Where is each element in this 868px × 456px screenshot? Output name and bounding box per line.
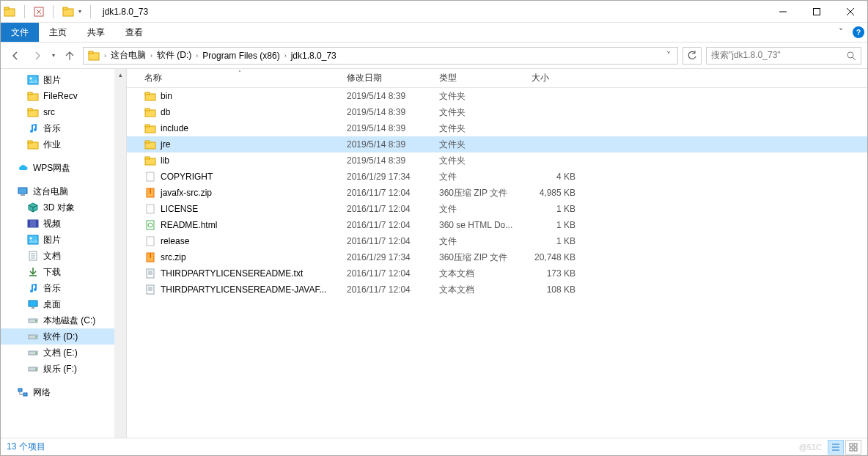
- svg-rect-52: [145, 157, 150, 159]
- sidebar-item[interactable]: 3D 对象: [1, 199, 126, 216]
- back-button[interactable]: [7, 47, 24, 65]
- search-input[interactable]: 搜索"jdk1.8.0_73": [706, 47, 861, 65]
- address-bar[interactable]: › 这台电脑 › 软件 (D:) › Program Files (x86) ›…: [83, 47, 678, 65]
- column-date[interactable]: 修改日期: [341, 69, 433, 87]
- breadcrumb[interactable]: 这台电脑: [108, 48, 149, 64]
- sidebar-scrollbar[interactable]: ▴: [114, 69, 126, 438]
- breadcrumb[interactable]: Program Files (x86): [199, 48, 282, 64]
- icons-view-button[interactable]: [845, 440, 861, 455]
- details-view-button[interactable]: [828, 440, 844, 455]
- sidebar-item-label: 软件 (D:): [43, 331, 78, 343]
- sidebar-item[interactable]: src: [1, 104, 126, 120]
- status-bar: 13 个项目 @51C: [1, 438, 867, 455]
- drive-icon: [27, 315, 39, 326]
- chevron-right-icon[interactable]: ›: [149, 52, 154, 59]
- sidebar-item[interactable]: 文档: [1, 248, 126, 264]
- svg-rect-66: [147, 285, 154, 294]
- sidebar-item[interactable]: 图片: [1, 232, 126, 248]
- svg-rect-18: [28, 141, 32, 143]
- column-name[interactable]: 名称˄: [139, 69, 341, 87]
- file-row[interactable]: LICENSE2016/11/7 12:04文件1 KB: [127, 201, 867, 217]
- qat-dropdown-icon[interactable]: ▾: [78, 8, 81, 15]
- sidebar-item-label: 下载: [43, 266, 61, 279]
- file-type: 文本文档: [433, 268, 526, 280]
- tab-home[interactable]: 主页: [39, 23, 77, 42]
- sidebar-item[interactable]: WPS网盘: [1, 160, 126, 176]
- tab-share[interactable]: 共享: [77, 23, 115, 42]
- file-row[interactable]: bin2019/5/14 8:39文件夹: [127, 88, 867, 104]
- sidebar-item-label: 本地磁盘 (C:): [43, 315, 95, 327]
- sidebar-item[interactable]: 软件 (D:): [1, 328, 126, 345]
- scroll-up-icon[interactable]: ▴: [114, 69, 126, 81]
- file-row[interactable]: THIRDPARTYLICENSEREADME.txt2016/11/7 12:…: [127, 265, 867, 282]
- up-button[interactable]: [61, 47, 78, 65]
- ribbon-expand-icon[interactable]: ˅: [832, 23, 850, 42]
- item-count: 13 个项目: [7, 441, 45, 453]
- sidebar-item[interactable]: 音乐: [1, 280, 126, 296]
- file-row[interactable]: include2019/5/14 8:39文件夹: [127, 120, 867, 136]
- column-size[interactable]: 大小: [526, 69, 583, 87]
- sidebar-item[interactable]: 视频: [1, 216, 126, 232]
- file-row[interactable]: README.html2016/11/7 12:04360 se HTML Do…: [127, 217, 867, 233]
- file-name: THIRDPARTYLICENSEREADME.txt: [161, 268, 303, 279]
- help-button[interactable]: ?: [850, 23, 867, 42]
- folder-icon: [62, 6, 74, 18]
- sidebar-item-label: 音乐: [43, 122, 61, 135]
- sidebar-item[interactable]: 网络: [1, 384, 126, 400]
- sidebar-item[interactable]: 图片: [1, 72, 126, 88]
- column-type[interactable]: 类型: [433, 69, 526, 87]
- sidebar-item[interactable]: 下载: [1, 264, 126, 280]
- close-button[interactable]: [834, 1, 867, 23]
- sidebar-item[interactable]: 作业: [1, 136, 126, 152]
- refresh-button[interactable]: [683, 47, 702, 65]
- search-placeholder: 搜索"jdk1.8.0_73": [711, 49, 846, 62]
- folder-icon: [144, 139, 156, 150]
- folder-icon: [144, 155, 156, 166]
- file-row[interactable]: release2016/11/7 12:04文件1 KB: [127, 233, 867, 249]
- breadcrumb[interactable]: 软件 (D:): [154, 48, 194, 64]
- tab-view[interactable]: 查看: [115, 23, 153, 42]
- sidebar-item[interactable]: 这台电脑: [1, 183, 126, 199]
- file-row[interactable]: lib2019/5/14 8:39文件夹: [127, 152, 867, 169]
- sidebar-item-label: 网络: [33, 386, 51, 399]
- tab-file[interactable]: 文件: [1, 23, 39, 42]
- ribbon-tabs: 文件 主页 共享 查看 ˅ ?: [1, 23, 867, 43]
- svg-line-10: [853, 57, 856, 60]
- address-dropdown-icon[interactable]: ˅: [661, 51, 676, 61]
- file-list[interactable]: bin2019/5/14 8:39文件夹db2019/5/14 8:39文件夹i…: [127, 88, 867, 438]
- svg-rect-24: [28, 235, 38, 244]
- sidebar-item[interactable]: 文档 (E:): [1, 345, 126, 361]
- recent-locations-icon[interactable]: ▾: [51, 52, 56, 59]
- search-icon[interactable]: [846, 51, 856, 61]
- forward-button[interactable]: [29, 47, 46, 65]
- qat-properties-icon[interactable]: [34, 7, 44, 17]
- minimize-button[interactable]: [766, 1, 800, 23]
- chevron-right-icon[interactable]: ›: [283, 52, 288, 59]
- file-date: 2016/1/29 17:34: [341, 252, 433, 262]
- sidebar-item[interactable]: 桌面: [1, 296, 126, 312]
- file-row[interactable]: src.zip2016/1/29 17:34360压缩 ZIP 文件20,748…: [127, 249, 867, 265]
- breadcrumb[interactable]: jdk1.8.0_73: [288, 48, 339, 64]
- desktop-icon: [27, 298, 39, 310]
- sidebar-item[interactable]: 本地磁盘 (C:): [1, 312, 126, 328]
- svg-rect-59: [147, 237, 154, 246]
- chevron-right-icon[interactable]: ›: [194, 52, 199, 59]
- sidebar-item[interactable]: 音乐: [1, 120, 126, 136]
- sidebar-item[interactable]: 娱乐 (F:): [1, 361, 126, 377]
- svg-point-38: [35, 353, 37, 354]
- file-row[interactable]: COPYRIGHT2016/1/29 17:34文件4 KB: [127, 169, 867, 185]
- svg-point-36: [35, 337, 37, 338]
- sidebar-item-label: 图片: [43, 234, 61, 246]
- file-size: 4,985 KB: [526, 188, 583, 198]
- file-date: 2016/11/7 12:04: [341, 284, 433, 295]
- sidebar-item[interactable]: FileRecv: [1, 88, 126, 104]
- file-row[interactable]: javafx-src.zip2016/11/7 12:04360压缩 ZIP 文…: [127, 185, 867, 201]
- chevron-right-icon[interactable]: ›: [103, 52, 108, 59]
- column-headers: 名称˄ 修改日期 类型 大小: [127, 69, 867, 88]
- file-row[interactable]: jre2019/5/14 8:39文件夹: [127, 136, 867, 152]
- file-row[interactable]: THIRDPARTYLICENSEREADME-JAVAF...2016/11/…: [127, 282, 867, 298]
- navigation-bar: ▾ › 这台电脑 › 软件 (D:) › Program Files (x86)…: [1, 43, 867, 69]
- maximize-button[interactable]: [800, 1, 834, 23]
- music-icon: [27, 282, 39, 294]
- file-row[interactable]: db2019/5/14 8:39文件夹: [127, 104, 867, 120]
